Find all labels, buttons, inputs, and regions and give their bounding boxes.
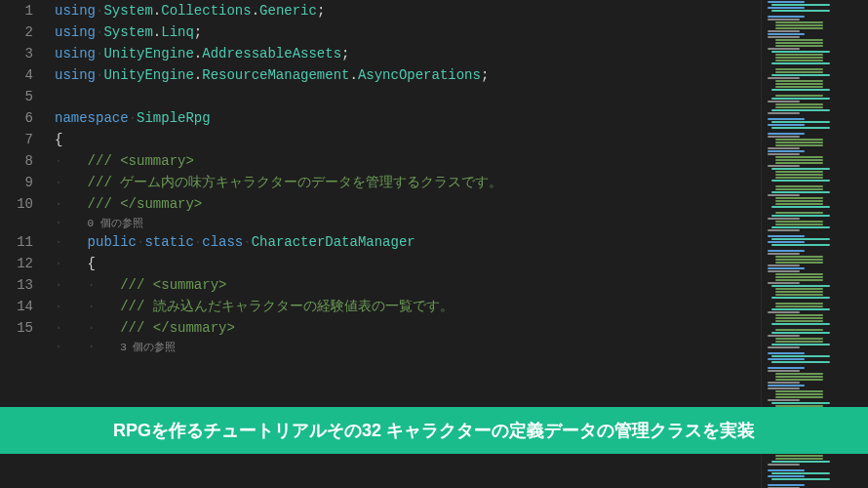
line-number: 4 <box>0 64 33 86</box>
line-number: 2 <box>0 21 33 43</box>
token-kw: class <box>202 234 243 250</box>
token-ns: ResourceManagement <box>202 67 349 83</box>
line-number: 3 <box>0 43 33 64</box>
code-line[interactable]: using·System.Collections.Generic; <box>55 0 868 21</box>
token-kw: using <box>55 24 96 40</box>
line-number <box>0 339 33 355</box>
token-ns: UnityEngine <box>103 67 193 83</box>
token-ns: AsyncOperations <box>358 67 481 83</box>
token-ns: Collections <box>161 3 251 19</box>
token-com: </summary> <box>153 320 235 336</box>
token-com: ゲーム内の味方キャラクターのデータを管理するクラスです。 <box>120 175 502 190</box>
token-punct: . <box>153 3 161 19</box>
token-punct: ; <box>481 67 489 83</box>
token-ns: System <box>103 24 152 40</box>
token-punct: { <box>88 256 96 271</box>
token-ws: · <box>194 234 202 250</box>
token-punct: { <box>55 132 62 147</box>
token-punct: ; <box>317 3 325 19</box>
line-number: 9 <box>0 172 33 193</box>
token-kw: using <box>55 46 96 61</box>
token-ws: · <box>129 110 137 126</box>
code-line[interactable]: using·UnityEngine.ResourceManagement.Asy… <box>55 64 868 86</box>
tutorial-banner: RPGを作るチュートリアルその32 キャラクターの定義データの管理クラスを実装 <box>0 407 868 454</box>
token-com: /// <box>120 299 153 314</box>
token-punct: . <box>349 67 357 83</box>
line-number: 10 <box>0 193 33 215</box>
token-ns: UnityEngine <box>103 46 193 61</box>
code-line[interactable]: using·UnityEngine.AddressableAssets; <box>55 43 868 64</box>
token-punct: . <box>194 46 202 61</box>
token-ns: Linq <box>161 24 194 40</box>
token-com: <summary> <box>153 277 227 293</box>
token-cls: CharacterDataManager <box>252 234 415 250</box>
code-line[interactable]: · public·static·class·CharacterDataManag… <box>55 231 868 253</box>
code-line[interactable]: { <box>55 129 868 150</box>
token-kw: static <box>144 234 193 250</box>
line-number <box>0 215 33 231</box>
code-line[interactable]: namespace·SimpleRpg <box>55 107 868 129</box>
token-ref: 3 個の参照 <box>120 342 176 353</box>
code-line[interactable]: · · /// 読み込んだキャラクターの経験値表の一覧です。 <box>55 296 868 317</box>
token-ref: 0 個の参照 <box>88 218 143 229</box>
token-com: /// <box>120 277 153 293</box>
line-number: 15 <box>0 317 33 339</box>
code-line[interactable]: · · /// </summary> <box>55 317 868 339</box>
token-kw: public <box>88 234 137 250</box>
token-ns: System <box>103 3 152 19</box>
line-number: 11 <box>0 231 33 253</box>
codelens-reference[interactable]: · · 3 個の参照 <box>55 339 868 355</box>
token-punct: ; <box>341 46 349 61</box>
line-number: 1 <box>0 0 33 21</box>
line-number: 13 <box>0 274 33 296</box>
token-kw: using <box>55 67 96 83</box>
banner-text: RPGを作るチュートリアルその32 キャラクターの定義データの管理クラスを実装 <box>113 419 755 442</box>
token-com: /// <box>120 320 153 336</box>
line-number: 7 <box>0 129 33 150</box>
token-punct: . <box>194 67 202 83</box>
code-line[interactable]: · /// ゲーム内の味方キャラクターのデータを管理するクラスです。 <box>55 172 868 193</box>
token-kw: using <box>55 3 96 19</box>
token-ns: AddressableAssets <box>202 46 341 61</box>
code-line[interactable]: using·System.Linq; <box>55 21 868 43</box>
token-punct: . <box>252 3 259 19</box>
code-line[interactable] <box>55 86 868 107</box>
code-line[interactable]: · { <box>55 253 868 274</box>
line-number: 5 <box>0 86 33 107</box>
token-ns: SimpleRpg <box>137 110 211 126</box>
line-number: 6 <box>0 107 33 129</box>
token-punct: ; <box>194 24 202 40</box>
code-line[interactable]: · /// <summary> <box>55 150 868 172</box>
token-com: </summary> <box>120 196 202 212</box>
token-com: /// <box>88 175 121 190</box>
token-com: 読み込んだキャラクターの経験値表の一覧です。 <box>153 299 454 314</box>
line-number: 8 <box>0 150 33 172</box>
token-ws: · <box>243 234 251 250</box>
token-ns: Generic <box>259 3 317 19</box>
token-com: /// <box>88 196 121 212</box>
token-com: <summary> <box>120 153 194 169</box>
line-number: 14 <box>0 296 33 317</box>
token-com: /// <box>88 153 121 169</box>
code-line[interactable]: · /// </summary> <box>55 193 868 215</box>
code-line[interactable]: · · /// <summary> <box>55 274 868 296</box>
codelens-reference[interactable]: · 0 個の参照 <box>55 215 868 231</box>
token-punct: . <box>153 24 161 40</box>
line-number: 12 <box>0 253 33 274</box>
token-kw: namespace <box>55 110 129 126</box>
